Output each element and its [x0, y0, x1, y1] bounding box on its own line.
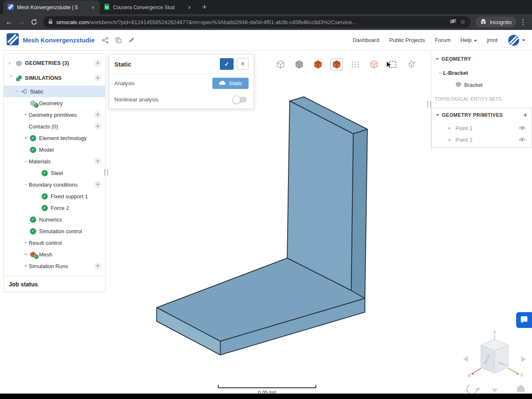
primitive-point-2[interactable]: Point 2 [432, 134, 532, 147]
add-simulation-button[interactable]: + [94, 74, 101, 82]
primitive-point-1[interactable]: Point 1 [432, 122, 532, 134]
chevron-down-icon [474, 40, 477, 43]
model-wall-front-face[interactable] [287, 101, 353, 291]
tree-item-label: Geometry primitives [29, 112, 77, 118]
tree-item-simulation-runs[interactable]: + Simulation Runs + [4, 260, 105, 272]
bullet-icon [448, 127, 451, 129]
view-navigation-cube[interactable]: Z BACK LEFT X Y [458, 328, 531, 398]
tree-item-label: Result control [29, 240, 62, 246]
add-run-button[interactable]: + [94, 262, 101, 270]
share-icon[interactable] [100, 35, 111, 46]
nav-help[interactable]: Help [461, 37, 477, 43]
nonlinear-toggle[interactable] [234, 97, 247, 103]
topological-entity-sets-header: TOPOLOGICAL ENTITY SETS [431, 91, 532, 105]
tree-item-label: Fixed support 1 [51, 193, 88, 200]
chevron-down-icon[interactable]: › [9, 75, 15, 81]
point-label: Point 1 [456, 125, 472, 131]
job-status-header[interactable]: Job status [4, 276, 105, 292]
tree-item-simulations[interactable]: › SIMULATIONS + [4, 71, 105, 86]
tree-item-label: Steel [51, 170, 63, 176]
browser-window: Mesh Konvergenzstudie | S × Cousera Conv… [0, 0, 532, 399]
tree-item-materials[interactable]: − Materials + [4, 155, 105, 167]
box-select-icon[interactable] [387, 58, 399, 71]
expand-icon[interactable]: + [23, 135, 29, 140]
geometry-section-header[interactable]: GEOMETRY [431, 51, 532, 67]
add-primitive-button[interactable]: + [94, 111, 101, 118]
add-boundary-condition-button[interactable]: + [94, 181, 101, 188]
geometry-solid-icon[interactable] [293, 58, 305, 71]
add-primitive-button[interactable]: + [523, 112, 527, 118]
tree-item-static[interactable]: − Static [4, 86, 105, 97]
collapse-icon[interactable]: − [437, 71, 443, 76]
mesh-cube-icon[interactable] [312, 58, 324, 71]
faces-icon[interactable] [368, 58, 380, 71]
tree-item-geometries[interactable]: › GEOMETRIES (3) + [4, 56, 105, 71]
expand-icon[interactable]: + [23, 112, 29, 117]
geometry-root-item[interactable]: − L-Bracket [431, 67, 532, 79]
add-contact-button[interactable]: + [94, 123, 101, 130]
tree-item-model[interactable]: Model [4, 144, 105, 155]
check-icon [29, 228, 37, 234]
tree-item-numerics[interactable]: Numerics [4, 214, 105, 225]
tree-item-fixed-support[interactable]: Fixed support 1 [4, 190, 105, 202]
sidebar-resize-handle[interactable] [104, 169, 108, 176]
panel-header: Static [109, 54, 254, 74]
confirm-check-button[interactable] [220, 58, 234, 70]
solid-body-icon [456, 81, 461, 89]
visibility-eye-icon[interactable] [519, 137, 526, 142]
geometry-transparent-icon[interactable] [274, 58, 287, 71]
transform-cube-icon[interactable] [405, 58, 418, 71]
edit-pencil-icon[interactable] [126, 35, 137, 46]
add-geometry-button[interactable]: + [94, 59, 101, 67]
chevron-right-icon[interactable]: › [9, 60, 15, 66]
avatar[interactable] [507, 34, 520, 47]
cloud-icon [219, 80, 226, 86]
nav-forum[interactable]: Forum [435, 37, 451, 43]
tree-item-label: Materials [29, 158, 51, 165]
add-material-button[interactable]: + [94, 158, 101, 165]
panel-title: Static [114, 61, 220, 68]
geometry-primitives-header[interactable]: GEOMETRY PRIMITIVES + [432, 108, 532, 122]
simscale-logo[interactable] [7, 33, 19, 47]
expand-icon[interactable]: + [23, 240, 29, 245]
tree-item-element-technology[interactable]: + Element technology [4, 132, 105, 144]
tree-item-boundary-conditions[interactable]: − Boundary conditions + [4, 179, 105, 190]
rotate-right-arrow[interactable] [521, 356, 526, 362]
chevron-down-icon [436, 58, 439, 62]
support-chat-button[interactable] [516, 312, 532, 328]
rotate-left-arrow[interactable] [463, 356, 468, 362]
check-icon [40, 170, 49, 176]
scale-bar [218, 385, 316, 388]
model-wall-side-face[interactable] [351, 129, 367, 298]
geometry-body-item[interactable]: Bracket [431, 79, 532, 91]
collapse-icon[interactable]: − [23, 182, 29, 187]
user-menu[interactable] [507, 34, 525, 47]
orbit-rotate-icon[interactable] [467, 385, 477, 394]
tree-item-result-control[interactable]: + Result control [4, 237, 105, 249]
collapse-icon[interactable]: − [14, 89, 20, 94]
expand-icon[interactable]: + [23, 252, 29, 257]
collapse-icon[interactable]: − [23, 159, 29, 164]
y-axis-label: Y [520, 373, 523, 378]
tree-item-mesh[interactable]: + Mesh [4, 249, 105, 260]
rotate-down-arrow[interactable] [492, 389, 498, 392]
tree-item-geometry-primitives[interactable]: + Geometry primitives + [4, 109, 105, 121]
tree-item-simulation-control[interactable]: Simulation control [4, 225, 105, 237]
geometries-icon [15, 60, 23, 66]
visibility-eye-icon[interactable] [519, 126, 526, 131]
right-panel-resize-handle[interactable] [427, 101, 431, 108]
toggle-knob[interactable] [232, 96, 241, 104]
vertices-icon[interactable] [349, 58, 362, 71]
tree-item-geometry[interactable]: Geometry [4, 97, 105, 109]
nav-public-projects[interactable]: Public Projects [389, 37, 425, 43]
expand-icon[interactable]: + [23, 264, 29, 268]
copy-icon[interactable] [113, 35, 124, 46]
tree-item-contacts[interactable]: Contacts (0) + [4, 121, 105, 132]
tree-item-force[interactable]: Force 2 [4, 202, 105, 214]
analysis-type-button[interactable]: Static [212, 78, 249, 89]
home-view-icon[interactable] [517, 384, 525, 392]
mesh-cube-active-icon[interactable] [330, 58, 343, 71]
tree-item-steel[interactable]: Steel [4, 167, 105, 179]
close-button[interactable] [237, 58, 249, 70]
nav-dashboard[interactable]: Dashboard [353, 37, 379, 43]
